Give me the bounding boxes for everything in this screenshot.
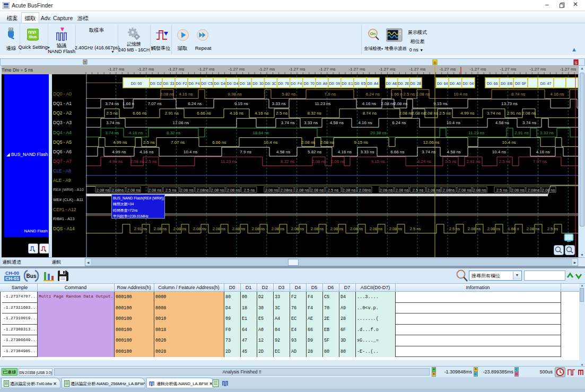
svg-text:8.74 ns: 8.74 ns <box>511 92 525 97</box>
svg-text:11.23 ns: 11.23 ns <box>221 159 237 164</box>
svg-text:D0: E1: D0: E1 <box>342 82 353 85</box>
svg-text:2.08 ns: 2.08 ns <box>272 227 285 231</box>
svg-text:9.15 ns: 9.15 ns <box>234 101 248 106</box>
svg-text:3.74 ns: 3.74 ns <box>105 130 119 135</box>
svg-text:10.4 ns: 10.4 ns <box>453 92 467 97</box>
svg-text:5.82 ns: 5.82 ns <box>282 92 295 97</box>
svg-text:2.91 ns: 2.91 ns <box>165 111 179 116</box>
svg-text:3.33 ns: 3.33 ns <box>304 120 318 125</box>
svg-text:4.16 ns: 4.16 ns <box>362 101 376 106</box>
svg-text:4.16 ns: 4.16 ns <box>230 111 243 116</box>
svg-text:3.74 ns: 3.74 ns <box>487 111 501 116</box>
svg-text:2.91 ns: 2.91 ns <box>466 159 480 164</box>
svg-text:2.91 ns: 2.91 ns <box>134 227 147 231</box>
svg-text:5.82 ns: 5.82 ns <box>308 150 321 154</box>
svg-text:D0: F2: D0: F2 <box>176 82 187 85</box>
svg-text:2.08 ns: 2.08 ns <box>160 92 174 97</box>
svg-text:2.08 ns: 2.08 ns <box>213 227 226 231</box>
svg-text:2.08 ns: 2.08 ns <box>381 101 395 106</box>
svg-text:D0: 3C: D0: 3C <box>265 82 277 85</box>
svg-text:4.58 ns: 4.58 ns <box>495 120 509 125</box>
svg-text:10.4 ns: 10.4 ns <box>264 140 277 145</box>
svg-text:2.08 ns: 2.08 ns <box>468 227 481 231</box>
svg-text:4.99 ns: 4.99 ns <box>112 150 126 154</box>
svg-text:D0: F4: D0: F4 <box>291 82 302 85</box>
svg-text:9.15 ns: 9.15 ns <box>433 101 447 106</box>
svg-text:2.08 ns: 2.08 ns <box>343 188 356 193</box>
svg-text:2.08 ns: 2.08 ns <box>291 227 304 231</box>
svg-text:2.08 ns: 2.08 ns <box>173 227 187 231</box>
svg-text:13.73 ns: 13.73 ns <box>501 101 518 106</box>
svg-text:6.66 ns: 6.66 ns <box>197 111 211 116</box>
svg-text:2.08 ns: 2.08 ns <box>97 188 110 193</box>
svg-text:18.64 ns: 18.64 ns <box>252 130 269 135</box>
svg-text:2.08 ns: 2.08 ns <box>424 111 438 116</box>
svg-text:2.5 ns: 2.5 ns <box>403 92 415 97</box>
svg-text:D0: 76: D0: 76 <box>278 82 289 85</box>
svg-text:Bus: Bus <box>29 34 37 39</box>
svg-text:D0: A0: D0: A0 <box>450 82 461 85</box>
svg-text:D0: D2: D0: D2 <box>150 82 162 85</box>
svg-text:4.99 ns: 4.99 ns <box>109 159 123 164</box>
svg-text:2.08 ns: 2.08 ns <box>527 227 540 231</box>
svg-text:D0: D4: D0: D4 <box>227 82 239 85</box>
svg-text:2.08 ns: 2.08 ns <box>399 111 413 116</box>
svg-text:4.16 ns: 4.16 ns <box>358 120 372 125</box>
svg-text:6.66 ns: 6.66 ns <box>133 111 146 116</box>
svg-text:2.5 ns: 2.5 ns <box>496 188 508 193</box>
svg-text:2.08 ns: 2.08 ns <box>180 188 194 193</box>
svg-text:2.08ns: 2.08ns <box>281 188 293 193</box>
svg-text:2.5 ns: 2.5 ns <box>328 188 339 193</box>
svg-text:2.08 ns: 2.08 ns <box>130 159 144 164</box>
svg-text:On: On <box>370 31 376 36</box>
svg-text:10.4 ns: 10.4 ns <box>184 150 197 154</box>
svg-text:10.4 ns: 10.4 ns <box>502 140 516 145</box>
svg-text:2.08 ns: 2.08 ns <box>458 188 472 193</box>
svg-text:9.15 ns: 9.15 ns <box>371 159 385 164</box>
svg-text:CH-01: CH-01 <box>5 276 19 281</box>
svg-text:D0: 66: D0: 66 <box>487 82 498 85</box>
svg-text:D0: AE: D0: AE <box>386 82 397 85</box>
svg-text:2.08 ns: 2.08 ns <box>330 227 344 231</box>
svg-text:D0: A4: D0: A4 <box>367 82 378 85</box>
svg-text:10.4 ns: 10.4 ns <box>492 150 506 154</box>
svg-text:2.08ns: 2.08ns <box>528 188 540 193</box>
svg-text:2.5 ns: 2.5 ns <box>276 111 287 116</box>
svg-text:2.08 ns: 2.08 ns <box>396 188 409 193</box>
svg-text:9.15 ns: 9.15 ns <box>354 140 368 145</box>
svg-text:D0: 64: D0: 64 <box>437 82 448 85</box>
svg-text:D0: 18: D0: 18 <box>240 82 251 85</box>
svg-text:10.4 ns: 10.4 ns <box>447 120 460 125</box>
svg-text:6.24 ns: 6.24 ns <box>392 120 406 125</box>
svg-text:1.66 n: 1.66 n <box>391 92 403 97</box>
svg-text:2.08ns: 2.08ns <box>197 188 209 193</box>
svg-text:2.91 ns: 2.91 ns <box>514 130 528 135</box>
svg-text:4.16 ns: 4.16 ns <box>255 111 268 116</box>
svg-text:4.58 ns: 4.58 ns <box>276 150 290 154</box>
svg-text:2.91 ns: 2.91 ns <box>507 111 521 116</box>
svg-text:2.5 ns: 2.5 ns <box>165 188 177 193</box>
svg-text:3.74 ns: 3.74 ns <box>281 120 295 125</box>
svg-text:D0: 70: D0: 70 <box>303 82 315 85</box>
svg-text:4.99 ns: 4.99 ns <box>460 111 474 116</box>
svg-text:2.08 ns: 2.08 ns <box>265 188 278 193</box>
svg-text:8.32 ns: 8.32 ns <box>281 159 294 164</box>
svg-text:7.07 ns: 7.07 ns <box>171 140 185 145</box>
svg-text:2.5 ns: 2.5 ns <box>143 140 155 145</box>
svg-text:4.16 ns: 4.16 ns <box>179 92 193 97</box>
svg-text:T: T <box>84 60 86 64</box>
svg-text:4.99 ns: 4.99 ns <box>113 140 127 145</box>
svg-text:D0: 00: D0: 00 <box>131 82 142 85</box>
svg-text:7.07 ns: 7.07 ns <box>533 159 547 164</box>
svg-text:2.08ns: 2.08ns <box>359 188 371 193</box>
svg-text:2.08 ns: 2.08 ns <box>301 140 315 145</box>
svg-text:2.08 ns: 2.08 ns <box>311 227 324 231</box>
svg-text:2.08 ns: 2.08 ns <box>416 92 430 97</box>
svg-text:6.24 ns: 6.24 ns <box>188 101 202 106</box>
svg-text:4.16 ns: 4.16 ns <box>338 150 352 154</box>
svg-text:D0: D4: D0: D4 <box>214 82 225 85</box>
svg-text:2.5 ns: 2.5 ns <box>499 159 511 164</box>
svg-text:6.24 ns: 6.24 ns <box>417 159 431 164</box>
svg-text:2.08 ns: 2.08 ns <box>412 111 425 116</box>
svg-text:2.5 ns: 2.5 ns <box>547 227 558 231</box>
